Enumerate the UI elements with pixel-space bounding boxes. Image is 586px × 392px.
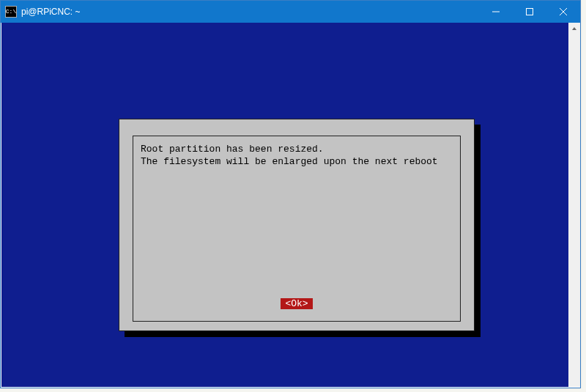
close-icon bbox=[560, 8, 567, 15]
minimize-icon bbox=[492, 8, 500, 15]
dialog-spacer bbox=[141, 169, 453, 298]
scrollbar-up-button[interactable] bbox=[568, 23, 580, 34]
minimize-button[interactable] bbox=[479, 1, 513, 23]
ok-button[interactable]: <Ok> bbox=[281, 298, 312, 309]
maximize-icon bbox=[526, 8, 533, 15]
cmd-icon: C:\ bbox=[5, 6, 17, 18]
chevron-up-icon bbox=[571, 26, 577, 32]
maximize-button[interactable] bbox=[513, 1, 546, 23]
window-titlebar[interactable]: C:\ pi@RPiCNC: ~ bbox=[1, 1, 580, 23]
window-controls bbox=[479, 1, 580, 23]
close-button[interactable] bbox=[546, 1, 580, 23]
dialog-frame: Root partition has been resized. The fil… bbox=[133, 136, 461, 322]
cmd-icon-glyph: C:\ bbox=[6, 9, 16, 15]
svg-rect-1 bbox=[527, 9, 533, 15]
svg-marker-4 bbox=[572, 27, 576, 30]
vertical-scrollbar[interactable] bbox=[568, 23, 580, 387]
dialog-message-line2: The filesystem will be enlarged upon the… bbox=[141, 156, 453, 169]
terminal-viewport[interactable]: Root partition has been resized. The fil… bbox=[1, 23, 568, 387]
dialog-button-row: <Ok> bbox=[141, 298, 453, 314]
terminal-window: C:\ pi@RPiCNC: ~ Root partition has been… bbox=[0, 0, 581, 388]
window-title: pi@RPiCNC: ~ bbox=[21, 7, 81, 17]
client-area: Root partition has been resized. The fil… bbox=[1, 23, 580, 388]
message-dialog: Root partition has been resized. The fil… bbox=[119, 119, 475, 331]
dialog-message-line1: Root partition has been resized. bbox=[141, 144, 453, 156]
